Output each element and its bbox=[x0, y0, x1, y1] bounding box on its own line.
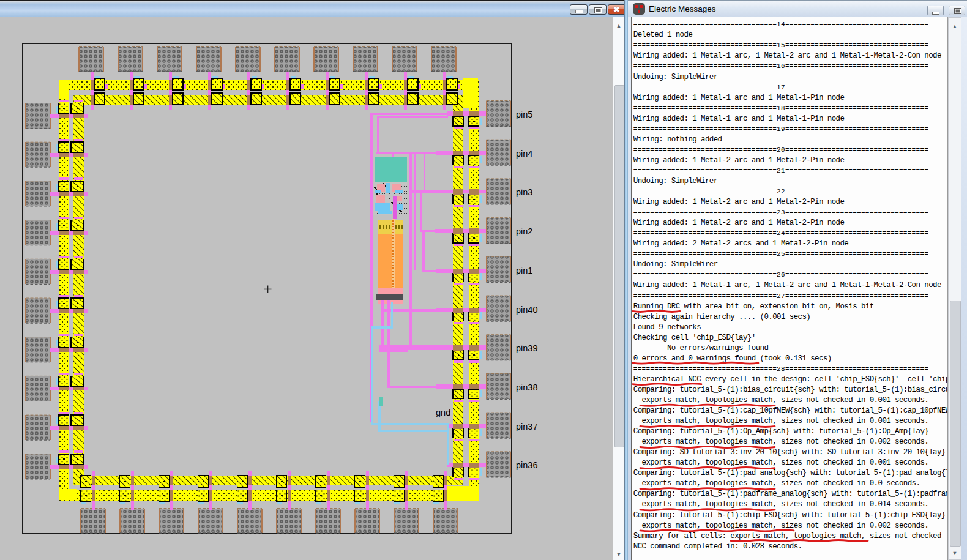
svg-text:gnd: gnd bbox=[436, 408, 450, 417]
svg-text:pin40: pin40 bbox=[516, 305, 537, 315]
svg-text:pin36: pin36 bbox=[516, 460, 537, 470]
svg-text:pin39: pin39 bbox=[516, 343, 537, 353]
svg-text:pin2: pin2 bbox=[516, 226, 532, 236]
svg-text:pin38: pin38 bbox=[516, 383, 537, 392]
svg-text:pin37: pin37 bbox=[516, 422, 537, 431]
svg-text:pin4: pin4 bbox=[516, 149, 532, 159]
svg-text:pin5: pin5 bbox=[516, 110, 532, 119]
svg-text:pin3: pin3 bbox=[516, 187, 532, 197]
svg-text:pin1: pin1 bbox=[516, 266, 532, 275]
